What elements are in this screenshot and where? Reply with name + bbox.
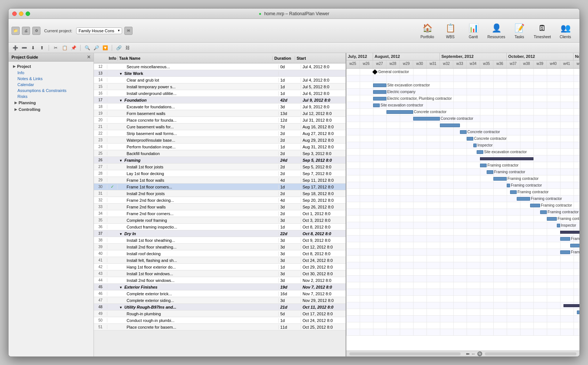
gantt-task-bar[interactable] <box>373 97 386 101</box>
resources-button[interactable]: 👤 Resources <box>485 21 507 40</box>
project-dropdown[interactable]: Family House Cons <box>76 27 122 34</box>
cell-start: Jul 4, 2012 8:0 <box>301 78 346 82</box>
gantt-row <box>346 229 579 236</box>
gantt-task-bar[interactable] <box>547 217 557 221</box>
cell-num: 12 <box>94 65 107 69</box>
gantt-week-w28: w28 <box>386 60 400 68</box>
cell-dur: 3d <box>279 245 301 249</box>
gantt-task-bar[interactable] <box>467 137 473 141</box>
table-row: 46 Complete exterior brick... 16d Nov 7,… <box>94 290 346 297</box>
outdent-icon[interactable]: ⬆ <box>38 44 46 52</box>
cell-task: Conduct framing inspectio... <box>118 225 279 229</box>
timesheet-button[interactable]: 🗓 Timesheet <box>531 21 553 40</box>
sidebar-item-calendar[interactable]: Calendar <box>9 82 94 88</box>
gantt-task-bar[interactable] <box>560 250 570 254</box>
gantt-resource-label: Concrete contractor <box>441 116 473 121</box>
cell-num: 31 <box>94 191 107 195</box>
print-icon[interactable]: 🖨 <box>22 27 30 35</box>
gantt-task-bar[interactable] <box>487 170 493 174</box>
cell-start: Oct 3, 2012 8:0 <box>301 218 346 223</box>
paste-icon[interactable]: 📌 <box>70 44 77 52</box>
zoom-out-icon[interactable]: 🔎 <box>92 44 100 52</box>
gantt-task-bar[interactable] <box>460 130 467 134</box>
table-row: 45 ▼ Exterior Finishes 19d Nov 7, 2012 8… <box>94 284 346 290</box>
settings-icon[interactable]: ⚙ <box>32 27 40 35</box>
gantt-task-bar[interactable] <box>493 177 507 181</box>
gantt-task-bar[interactable] <box>577 310 579 314</box>
tasks-button[interactable]: 📝 Tasks <box>508 21 530 40</box>
remove-icon[interactable]: ➖ <box>20 44 28 52</box>
indent-icon[interactable]: ⬇ <box>29 44 37 52</box>
gantt-group-bar[interactable] <box>564 304 579 307</box>
gantt-task-bar[interactable] <box>560 237 570 241</box>
link-icon[interactable]: 🔗 <box>115 44 122 52</box>
unlink-icon[interactable]: ⛓ <box>124 44 131 52</box>
gantt-task-bar[interactable] <box>373 90 386 94</box>
portfolio-button[interactable]: 🏠 Portfolio <box>416 21 438 40</box>
open-file-icon[interactable]: 📁 <box>12 27 20 35</box>
gantt-task-bar[interactable] <box>473 144 477 147</box>
cell-num: 51 <box>94 325 107 329</box>
gantt-task-bar[interactable] <box>510 190 517 194</box>
clients-button[interactable]: 👥 Clients <box>554 21 576 40</box>
sidebar-close-button[interactable]: ✕ <box>87 55 91 60</box>
sidebar-item-info[interactable]: Info <box>9 70 94 76</box>
gantt-icon: 📊 <box>467 22 480 34</box>
gantt-resource-label: Site excavation contractor <box>484 150 527 154</box>
cell-dur: 1d <box>279 85 301 89</box>
cell-dur: 1d <box>279 225 301 229</box>
minimize-button[interactable] <box>19 11 23 16</box>
maximize-button[interactable] <box>26 11 30 16</box>
nav-left-icon[interactable]: ⬅ <box>466 351 470 356</box>
gantt-task-bar[interactable] <box>480 164 487 167</box>
cell-dur: 2d <box>279 191 301 196</box>
gantt-task-bar[interactable] <box>517 197 530 201</box>
cell-task: Strip basement wall forms... <box>118 131 279 136</box>
wbs-button[interactable]: 📋 WBS <box>439 21 461 40</box>
gantt-row <box>346 322 579 329</box>
nav-zoom-icon[interactable]: 🔘 <box>477 351 483 356</box>
email-icon[interactable]: ✉ <box>124 27 133 35</box>
gantt-group-bar[interactable] <box>560 231 579 234</box>
sidebar-item-project[interactable]: ▶ Project <box>9 63 94 70</box>
nav-right-icon[interactable]: ↔ <box>471 351 476 356</box>
sidebar-item-risks[interactable]: Risks <box>9 93 94 99</box>
col-header-task: Task Name <box>118 56 273 60</box>
cut-icon[interactable]: ✂ <box>52 44 59 52</box>
copy-icon[interactable]: 📋 <box>61 44 68 52</box>
gantt-week-w38: w38 <box>520 60 533 68</box>
sidebar-item-controlling[interactable]: ▶ Controlling <box>9 106 94 113</box>
gantt-task-bar[interactable] <box>477 150 483 154</box>
gantt-week-w36: w36 <box>493 60 507 68</box>
sidebar-item-assumptions[interactable]: Assumptions & Constraints <box>9 88 94 93</box>
zoom-in-icon[interactable]: 🔍 <box>84 44 91 52</box>
gantt-row: Framing <box>346 262 579 269</box>
cell-num: 16 <box>94 91 107 95</box>
close-button[interactable] <box>12 11 17 16</box>
gantt-task-bar[interactable] <box>570 244 579 247</box>
gantt-group-bar[interactable] <box>480 157 533 160</box>
gantt-task-bar[interactable] <box>413 117 440 121</box>
gantt-task-bar[interactable] <box>440 124 460 127</box>
gantt-task-bar[interactable] <box>507 184 510 187</box>
gantt-task-bar[interactable] <box>373 83 386 87</box>
controlling-arrow-icon: ▶ <box>14 108 17 111</box>
table-row: 24 Perform foundation inspe... 1d Aug 31… <box>94 144 346 150</box>
left-scroll-track[interactable] <box>349 352 461 355</box>
gantt-resource-label: Framing contractor <box>541 203 572 207</box>
gantt-task-bar[interactable] <box>373 103 380 107</box>
gantt-task-bar[interactable] <box>557 224 560 227</box>
project-name: Family House Cons <box>79 29 114 33</box>
gantt-task-bar[interactable] <box>540 210 547 214</box>
cell-dur: 3d <box>279 298 301 303</box>
sidebar-item-notes[interactable]: Notes & Links <box>9 76 94 82</box>
gantt-task-bar[interactable] <box>386 110 413 114</box>
gantt-task-bar[interactable] <box>530 204 540 207</box>
filter-icon[interactable]: 🔽 <box>101 44 109 52</box>
right-scroll-track[interactable] <box>485 352 576 355</box>
cell-task: Rough-in plumbing <box>118 312 279 316</box>
add-icon[interactable]: ➕ <box>12 44 19 52</box>
gantt-row: Framing contractor <box>346 175 579 182</box>
sidebar-item-planning[interactable]: ▶ Planning <box>9 99 94 106</box>
gantt-button[interactable]: 📊 Gantt <box>462 21 484 40</box>
